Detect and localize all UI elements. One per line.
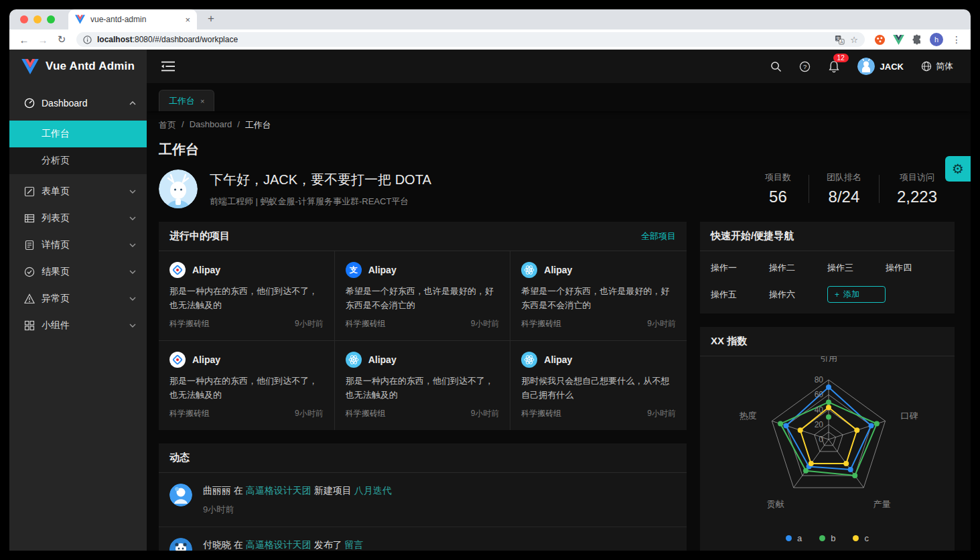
main-content: 工作台 × 首页 / Dashboard / 工作台 工作台 [147,83,971,551]
reload-icon[interactable]: ↻ [54,33,70,46]
react-logo-icon [521,262,537,278]
profile-icon [24,240,35,251]
svg-text:贡献: 贡献 [767,499,784,509]
bookmark-star-icon[interactable]: ☆ [850,35,858,45]
project-group[interactable]: 科学搬砖组 [169,408,210,419]
activity-target-link[interactable]: 留言 [345,539,364,550]
legend-item[interactable]: c [853,533,869,543]
project-group[interactable]: 科学搬砖组 [346,318,386,330]
zoom-window-button[interactable] [47,15,55,23]
extension-vue-icon[interactable] [892,33,904,46]
project-time: 9小时前 [647,408,676,419]
translate-icon[interactable]: 文A [835,35,845,45]
sidebar-item-workplace[interactable]: 工作台 [9,121,147,147]
activity-team-link[interactable]: 高逼格设计天团 [246,485,311,496]
project-name[interactable]: Alipay [368,265,397,275]
breadcrumb-home[interactable]: 首页 [159,119,176,131]
notification-badge: 12 [833,54,849,62]
project-card[interactable]: Alipay希望是一个好东西，也许是最好的，好东西是不会消亡的科学搬砖组9小时前 [510,251,687,341]
quicknav-link[interactable]: 操作五 [711,289,769,301]
dashboard-submenu: 工作台 分析页 [9,121,147,174]
sidebar-item-form[interactable]: 表单页 [9,178,147,205]
activity-item[interactable]: 曲丽丽 在 高逼格设计天团 新建项目 八月迭代 9小时前 [159,473,687,527]
quicknav-link[interactable]: 操作一 [711,262,769,274]
quicknav-link[interactable]: 操作四 [886,262,944,274]
legend-item[interactable]: a [786,533,802,543]
project-card[interactable]: 支Alipay希望是一个好东西，也许是最好的，好东西是不会消亡的科学搬砖组9小时… [335,251,511,341]
project-group[interactable]: 科学搬砖组 [169,318,210,330]
add-button[interactable]: +添加 [827,286,886,303]
greeting-avatar [159,169,198,208]
sidebar-item-detail[interactable]: 详情页 [9,232,147,259]
header-actions: ? 12 JACK 简体 [770,58,971,75]
project-name[interactable]: Alipay [544,354,572,365]
svg-text:?: ? [802,62,806,70]
app-logo[interactable]: Vue Antd Admin [9,50,147,83]
project-name[interactable]: Alipay [368,354,397,365]
tab-close-icon[interactable]: × [185,15,190,24]
breadcrumb: 首页 / Dashboard / 工作台 [159,119,955,131]
activity-target-link[interactable]: 八月迭代 [354,485,392,496]
help-icon[interactable]: ? [799,61,811,72]
sidebar-item-dashboard[interactable]: Dashboard [9,90,147,117]
breadcrumb-dashboard[interactable]: Dashboard [190,119,232,131]
project-card[interactable]: Alipay那是一种内在的东西，他们到达不了，也无法触及的科学搬砖组9小时前 [335,341,511,430]
sidebar-item-result[interactable]: 结果页 [9,259,147,285]
menu-fold-icon[interactable] [161,60,175,72]
project-group[interactable]: 科学搬砖组 [521,408,561,419]
project-group[interactable]: 科学搬砖组 [521,318,561,330]
back-icon[interactable]: ← [16,34,32,46]
sidebar-item-list[interactable]: 列表页 [9,205,147,232]
svg-text:口碑: 口碑 [901,411,918,421]
page-title: 工作台 [159,141,955,159]
sidebar-item-label: 列表页 [42,212,123,224]
activity-text: 发布了 [314,539,342,550]
legend-item[interactable]: b [819,533,835,543]
extension-orange-icon[interactable] [873,33,886,46]
tab-close-icon[interactable]: × [200,97,204,105]
radar-legend[interactable]: abc [700,532,955,551]
sidebar-item-widgets[interactable]: 小组件 [9,312,147,339]
all-projects-link[interactable]: 全部项目 [641,230,676,242]
project-name[interactable]: Alipay [192,265,220,275]
user-menu[interactable]: JACK [857,58,904,75]
url-text[interactable]: localhost:8080/#/dashboard/workplace [97,35,829,44]
project-group[interactable]: 科学搬砖组 [346,408,386,419]
sidebar-item-exception[interactable]: 异常页 [9,285,147,312]
window-controls[interactable] [9,9,66,29]
browser-tab[interactable]: vue-antd-admin × [68,9,197,29]
extensions-puzzle-icon[interactable] [911,33,923,46]
notification-bell-icon[interactable]: 12 [828,60,840,73]
page-tab-workplace[interactable]: 工作台 × [159,90,214,111]
activity-item[interactable]: 付晓晓 在 高逼格设计天团 发布了 留言 9小时前 [159,527,687,551]
project-name[interactable]: Alipay [192,354,220,365]
browser-menu-icon[interactable]: ⋮ [952,34,961,45]
quicknav-link[interactable]: 操作六 [769,289,827,301]
legend-label: a [797,533,802,543]
project-card[interactable]: Alipay那时候我只会想自己想要什么，从不想自己拥有什么科学搬砖组9小时前 [510,341,687,430]
activity-user[interactable]: 付晓晓 [203,539,231,550]
forward-icon[interactable]: → [35,34,51,46]
project-name[interactable]: Alipay [544,265,572,275]
project-card[interactable]: Alipay那是一种内在的东西，他们到达不了，也无法触及的科学搬砖组9小时前 [159,341,335,430]
close-window-button[interactable] [20,15,28,23]
sidebar-item-label: Dashboard [42,98,123,109]
address-bar[interactable]: localhost:8080/#/dashboard/workplace 文A … [76,32,865,47]
page-scroll-area: 首页 / Dashboard / 工作台 工作台 [147,111,971,551]
activity-text: 在 [234,485,243,496]
minimize-window-button[interactable] [33,15,42,23]
new-tab-button[interactable]: + [208,12,214,25]
quicknav-link[interactable]: 操作二 [769,262,827,274]
activity-user[interactable]: 曲丽丽 [203,485,231,496]
quicknav-link[interactable]: 操作三 [827,262,886,274]
app-header: Vue Antd Admin ? 12 JACK 简体 [9,50,971,83]
project-card[interactable]: Alipay那是一种内在的东西，他们到达不了，也无法触及的科学搬砖组9小时前 [159,251,335,341]
sidebar-item-analysis[interactable]: 分析页 [9,147,147,174]
browser-profile-avatar[interactable]: h [930,33,943,46]
language-switch[interactable]: 简体 [921,60,953,72]
settings-gear-button[interactable]: ⚙ [945,156,971,182]
user-name: JACK [880,62,904,72]
activity-team-link[interactable]: 高逼格设计天团 [246,539,311,550]
search-icon[interactable] [770,61,782,72]
activity-text: 新建项目 [314,485,352,496]
